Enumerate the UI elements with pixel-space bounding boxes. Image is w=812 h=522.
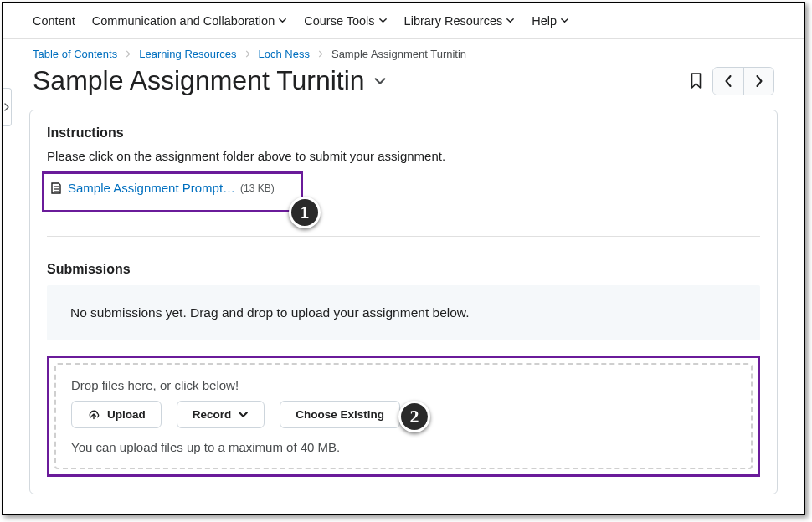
- nav-label: Course Tools: [304, 14, 374, 28]
- breadcrumb-link[interactable]: Learning Resources: [139, 48, 236, 60]
- breadcrumb-link[interactable]: Loch Ness: [259, 48, 310, 60]
- title-dropdown-icon[interactable]: [373, 74, 387, 88]
- nav-communication[interactable]: Communication and Collaboration: [92, 14, 287, 28]
- chevron-down-icon: [278, 16, 287, 25]
- breadcrumb-sep: [318, 50, 323, 58]
- annotation-badge-1: 1: [289, 197, 321, 228]
- nav-library-resources[interactable]: Library Resources: [404, 14, 516, 28]
- attachment-highlight: Sample Assignment Prompt… (13 KB) 1: [42, 171, 303, 212]
- drop-text: Drop files here, or click below!: [71, 378, 736, 392]
- button-label: Record: [193, 408, 232, 421]
- submissions-empty: No submissions yet. Drag and drop to upl…: [47, 285, 760, 340]
- button-label: Choose Existing: [296, 408, 384, 421]
- bookmark-icon[interactable]: [690, 73, 702, 90]
- pager: [712, 67, 774, 95]
- choose-existing-button[interactable]: Choose Existing: [280, 401, 400, 428]
- expand-sidebar-handle[interactable]: [3, 88, 12, 126]
- breadcrumb: Table of Contents Learning Resources Loc…: [3, 39, 804, 64]
- breadcrumb-sep: [245, 50, 250, 58]
- prev-button[interactable]: [713, 68, 743, 95]
- record-button[interactable]: Record: [177, 401, 265, 428]
- upload-highlight: Drop files here, or click below! Upload …: [47, 356, 760, 477]
- breadcrumb-sep: [126, 50, 131, 58]
- attachment-link[interactable]: Sample Assignment Prompt…: [68, 181, 235, 195]
- button-label: Upload: [107, 408, 146, 421]
- next-button[interactable]: [743, 68, 773, 95]
- document-icon: [49, 182, 63, 195]
- upload-limit-text: You can upload files up to a maximum of …: [71, 440, 736, 454]
- nav-label: Content: [33, 14, 75, 28]
- breadcrumb-link[interactable]: Table of Contents: [33, 48, 117, 60]
- chevron-down-icon: [506, 16, 515, 25]
- upload-icon: [87, 409, 100, 421]
- chevron-down-icon: [238, 409, 249, 420]
- annotation-badge-2: 2: [398, 401, 430, 432]
- page-title: Sample Assignment Turnitin: [33, 65, 365, 96]
- nav-label: Library Resources: [404, 14, 503, 28]
- attachment-size: (13 KB): [240, 182, 275, 194]
- chevron-down-icon: [560, 16, 569, 25]
- instructions-text: Please click on the assignment folder ab…: [47, 149, 760, 163]
- instructions-heading: Instructions: [47, 125, 760, 141]
- nav-content[interactable]: Content: [33, 14, 75, 28]
- nav-label: Help: [532, 14, 557, 28]
- divider: [47, 236, 760, 237]
- submissions-heading: Submissions: [47, 262, 760, 277]
- title-row: Sample Assignment Turnitin: [3, 64, 804, 105]
- chevron-down-icon: [378, 16, 388, 25]
- top-nav: Content Communication and Collaboration …: [3, 3, 804, 39]
- upload-button[interactable]: Upload: [71, 401, 162, 428]
- nav-course-tools[interactable]: Course Tools: [304, 14, 387, 28]
- content-card: Instructions Please click on the assignm…: [29, 110, 778, 494]
- nav-help[interactable]: Help: [532, 14, 569, 28]
- breadcrumb-current: Sample Assignment Turnitin: [331, 48, 466, 60]
- nav-label: Communication and Collaboration: [92, 14, 275, 28]
